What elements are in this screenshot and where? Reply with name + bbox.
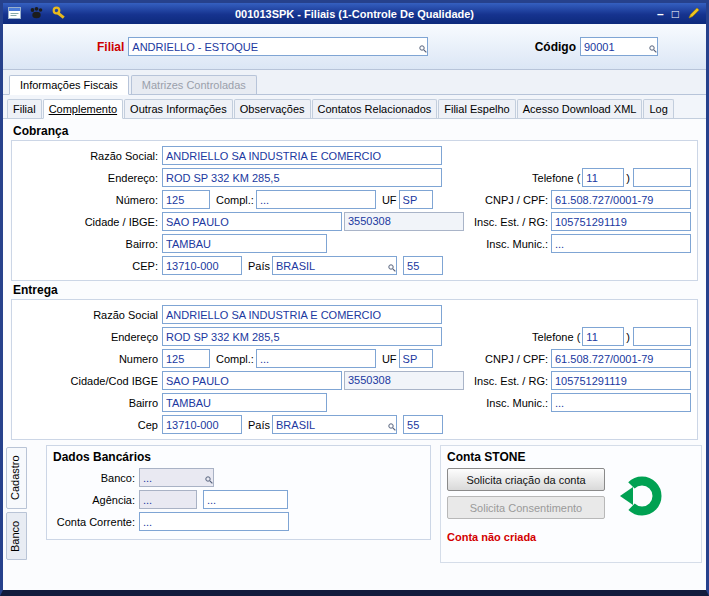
banco-input[interactable] xyxy=(139,468,214,487)
complemento-content: Cobrança Razão Social: Endereço: Telefon… xyxy=(3,119,706,590)
lookup-icon[interactable] xyxy=(388,262,396,274)
tab-log[interactable]: Log xyxy=(643,99,673,118)
cobranca-pais-label: País xyxy=(248,260,270,272)
cobranca-uf-label: UF xyxy=(382,194,397,206)
tab-filial-espelho[interactable]: Filial Espelho xyxy=(438,99,515,118)
entrega-insc-est-label: Insc. Est. / RG: xyxy=(464,375,551,387)
window-title: 001013SPK - Filiais (1-Controle De Quali… xyxy=(3,8,706,20)
bottom-area: Cadastro Banco Dados Bancários Banco: Ag… xyxy=(3,445,706,590)
cobranca-numero-input[interactable] xyxy=(162,190,210,209)
entrega-numero-label: Numero xyxy=(18,353,162,365)
tab-contatos-relacionados[interactable]: Contatos Relacionados xyxy=(312,99,438,118)
tab-observacoes[interactable]: Observações xyxy=(234,99,311,118)
inner-tab-strip: Filial Complemento Outras Informações Ob… xyxy=(3,95,706,119)
entrega-cnpj-input[interactable] xyxy=(551,349,691,368)
entrega-insc-mun-input[interactable] xyxy=(551,393,691,412)
cobranca-telefone-input[interactable] xyxy=(633,168,691,187)
cobranca-uf-input[interactable] xyxy=(399,190,433,209)
cobranca-telefone-label: Telefone ( xyxy=(532,172,582,184)
entrega-telefone-paren: ) xyxy=(624,331,633,343)
cobranca-insc-est-input[interactable] xyxy=(551,212,691,231)
cobranca-ddi-input[interactable] xyxy=(403,256,443,275)
cobranca-box: Razão Social: Endereço: Telefone ( ) Núm… xyxy=(11,140,698,281)
entrega-cep-input[interactable] xyxy=(162,415,242,434)
cobranca-cidade-input[interactable] xyxy=(162,212,342,231)
entrega-cep-label: Cep xyxy=(18,419,162,431)
entrega-bairro-input[interactable] xyxy=(162,393,327,412)
entrega-ddd-input[interactable] xyxy=(582,327,624,346)
entrega-cnpj-label: CNPJ / CPF: xyxy=(464,353,551,365)
titlebar-icons xyxy=(8,6,67,21)
entrega-telefone-label: Telefone ( xyxy=(532,331,582,343)
entrega-bairro-label: Bairro xyxy=(18,397,162,409)
cobranca-compl-label: Compl.: xyxy=(216,194,254,206)
wrench-icon[interactable] xyxy=(52,6,67,21)
maximize-button[interactable]: □ xyxy=(672,8,679,20)
entrega-insc-mun-label: Insc. Munic.: xyxy=(464,397,551,409)
entrega-telefone-input[interactable] xyxy=(633,327,691,346)
form-icon[interactable] xyxy=(8,7,21,21)
conta-status-text: Conta não criada xyxy=(447,531,695,543)
cobranca-bairro-label: Bairro: xyxy=(18,238,162,250)
side-tab-banco[interactable]: Banco xyxy=(6,512,27,560)
paw-icon[interactable] xyxy=(29,6,44,21)
tab-matrizes-controladas[interactable]: Matrizes Controladas xyxy=(131,75,257,94)
cobranca-pais-field xyxy=(272,256,397,275)
dados-bancarios-group: Dados Bancários Banco: Agência: xyxy=(46,445,431,540)
cobranca-cep-label: CEP: xyxy=(18,260,162,272)
side-tab-strip: Cadastro Banco xyxy=(3,445,34,590)
tab-acesso-download-xml[interactable]: Acesso Download XML xyxy=(517,99,643,118)
agencia-input[interactable] xyxy=(139,490,197,509)
cobranca-insc-est-label: Insc. Est. / RG: xyxy=(464,216,551,228)
agencia-label: Agência: xyxy=(53,494,139,506)
cobranca-cnpj-input[interactable] xyxy=(551,190,691,209)
tab-informacoes-fiscais[interactable]: Informações Fiscais xyxy=(9,75,129,95)
filial-input[interactable] xyxy=(128,37,428,56)
cobranca-ddd-input[interactable] xyxy=(582,168,624,187)
lookup-icon[interactable] xyxy=(388,421,396,433)
outer-tab-strip: Informações Fiscais Matrizes Controladas xyxy=(3,70,706,95)
tab-outras-informacoes[interactable]: Outras Informações xyxy=(124,99,233,118)
banco-label: Banco: xyxy=(53,472,139,484)
conta-corrente-label: Conta Corrente: xyxy=(53,516,139,528)
entrega-numero-input[interactable] xyxy=(162,349,210,368)
edit-pencil-icon[interactable] xyxy=(687,6,701,21)
cobranca-cep-input[interactable] xyxy=(162,256,242,275)
cobranca-compl-input[interactable] xyxy=(256,190,376,209)
cobranca-endereco-label: Endereço: xyxy=(18,172,162,184)
entrega-razao-social-input[interactable] xyxy=(162,305,442,324)
entrega-insc-est-input[interactable] xyxy=(551,371,691,390)
entrega-compl-input[interactable] xyxy=(256,349,376,368)
solicita-criacao-button[interactable]: Solicita criação da conta xyxy=(447,468,605,491)
codigo-input[interactable] xyxy=(580,37,658,56)
cobranca-razao-social-input[interactable] xyxy=(162,146,442,165)
solicita-consentimento-button[interactable]: Solicita Consentimento xyxy=(447,496,605,519)
entrega-cidade-label: Cidade/Cod IBGE xyxy=(18,375,162,387)
entrega-pais-input[interactable] xyxy=(272,415,397,434)
entrega-cidade-input[interactable] xyxy=(162,371,342,390)
side-tab-cadastro[interactable]: Cadastro xyxy=(6,447,27,509)
filial-label: Filial xyxy=(97,40,124,54)
agencia-conta-input[interactable] xyxy=(203,490,288,509)
conta-corrente-input[interactable] xyxy=(139,512,289,531)
cobranca-endereco-input[interactable] xyxy=(162,168,442,187)
entrega-uf-input[interactable] xyxy=(399,349,433,368)
lookup-icon[interactable] xyxy=(419,43,427,55)
minimize-button[interactable]: – xyxy=(657,8,664,20)
cobranca-pais-input[interactable] xyxy=(272,256,397,275)
banco-field xyxy=(139,468,214,487)
cobranca-insc-mun-input[interactable] xyxy=(551,234,691,253)
entrega-ddi-input[interactable] xyxy=(403,415,443,434)
tab-filial[interactable]: Filial xyxy=(7,99,42,118)
section-title-entrega: Entrega xyxy=(13,283,706,297)
cobranca-razao-social-label: Razão Social: xyxy=(18,150,162,162)
lookup-icon[interactable] xyxy=(649,43,657,55)
entrega-endereco-input[interactable] xyxy=(162,327,442,346)
entrega-uf-label: UF xyxy=(382,353,397,365)
entrega-endereco-label: Endereço xyxy=(18,331,162,343)
lookup-icon[interactable] xyxy=(205,474,213,486)
tab-complemento[interactable]: Complemento xyxy=(43,99,123,119)
dados-bancarios-title: Dados Bancários xyxy=(53,450,424,464)
filial-field xyxy=(128,37,428,56)
cobranca-bairro-input[interactable] xyxy=(162,234,327,253)
